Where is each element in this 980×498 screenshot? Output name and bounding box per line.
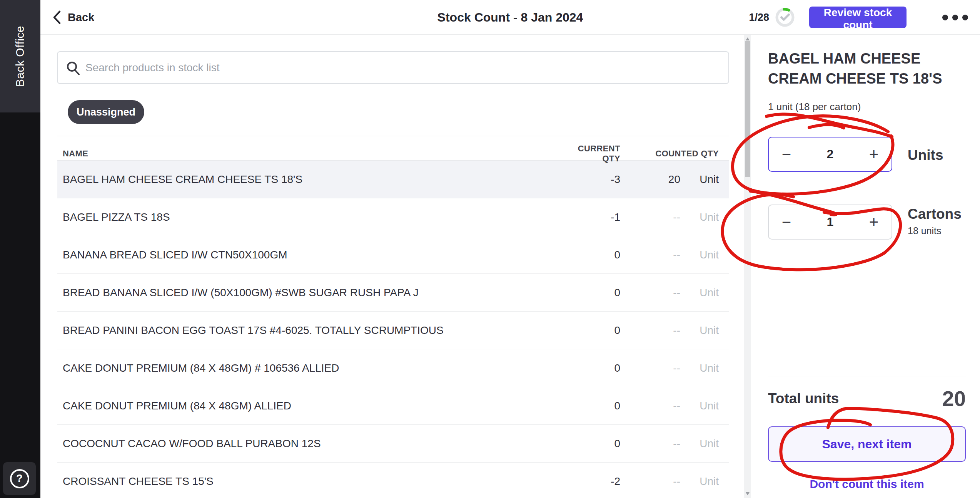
table-row[interactable]: BREAD BANANA SLICED I/W (50X100GM) #SWB …	[57, 274, 729, 312]
stock-table: NAME CURRENT QTY COUNTED QTY BAGEL HAM C…	[57, 144, 729, 498]
row-unit: Unit	[680, 249, 719, 261]
search-box	[57, 51, 729, 84]
panel-divider	[768, 377, 966, 377]
row-counted-qty: --	[620, 400, 680, 412]
total-units-value: 20	[942, 386, 966, 411]
scroll-up-arrow-icon[interactable]	[746, 37, 750, 40]
topbar-actions: 1/28 Review stock count	[749, 0, 969, 35]
cartons-minus-button[interactable]: −	[769, 205, 804, 239]
filter-unassigned[interactable]: Unassigned	[68, 100, 144, 124]
item-detail-panel: BAGEL HAM CHEESE CREAM CHEESE TS 18'S 1 …	[751, 35, 980, 498]
item-title-line2: CREAM CHEESE TS 18'S	[768, 70, 942, 87]
row-unit: Unit	[680, 438, 719, 450]
row-name: CROISSANT CHEESE TS 15'S	[63, 475, 574, 488]
table-header: NAME CURRENT QTY COUNTED QTY	[57, 144, 729, 161]
sidebar-header: Back Office	[0, 0, 40, 112]
dot-icon	[962, 15, 968, 20]
row-counted-qty: --	[620, 287, 680, 299]
row-unit: Unit	[680, 324, 719, 337]
row-current-qty: -2	[574, 475, 620, 488]
cartons-label: Cartons	[908, 206, 962, 222]
row-name: CAKE DONUT PREMIUM (84 X 48GM) # 106536 …	[63, 362, 574, 374]
sidebar: Back Office ?	[0, 0, 40, 498]
list-scrollbar[interactable]	[744, 35, 751, 498]
row-current-qty: 0	[574, 249, 620, 261]
top-bar: Back Stock Count - 8 Jan 2024 1/28 Revie…	[40, 0, 980, 35]
row-counted-qty: --	[620, 324, 680, 337]
row-counted-qty: --	[620, 362, 680, 374]
units-label: Units	[908, 147, 943, 163]
progress-ring-icon	[775, 8, 795, 27]
stock-list-area: Unassigned NAME CURRENT QTY COUNTED QTY …	[40, 35, 751, 498]
row-name: BAGEL PIZZA TS 18S	[63, 211, 574, 223]
units-minus-button[interactable]: −	[769, 137, 804, 171]
row-name: COCOCNUT CACAO W/FOOD BALL PURABON 12S	[63, 438, 574, 450]
section-divider	[57, 135, 729, 135]
col-name: NAME	[63, 149, 574, 159]
dont-count-link[interactable]: Don't count this item	[768, 478, 966, 491]
row-unit: Unit	[680, 475, 719, 488]
row-counted-qty: 20	[620, 173, 680, 186]
help-button[interactable]: ?	[3, 462, 36, 495]
row-unit: Unit	[680, 173, 719, 186]
save-next-item-button[interactable]: Save, next item	[768, 426, 966, 462]
row-current-qty: 0	[574, 400, 620, 412]
row-counted-qty: --	[620, 211, 680, 223]
row-name: BREAD PANINI BACON EGG TOAST 17S #4-6025…	[63, 324, 574, 337]
scroll-down-arrow-icon[interactable]	[746, 492, 750, 495]
item-title-line1: BAGEL HAM CHEESE	[768, 50, 920, 67]
units-plus-button[interactable]: +	[856, 137, 892, 171]
row-current-qty: 0	[574, 438, 620, 450]
cartons-plus-button[interactable]: +	[856, 205, 892, 239]
row-name: BAGEL HAM CHEESE CREAM CHEESE TS 18'S	[63, 173, 574, 186]
table-row[interactable]: BANANA BREAD SLICED I/W CTN50X100GM 0 --…	[57, 236, 729, 274]
dot-icon	[942, 15, 948, 20]
cartons-stepper: − 1 +	[768, 205, 892, 240]
table-row[interactable]: CROISSANT CHEESE TS 15'S -2 -- Unit	[57, 463, 729, 498]
overflow-menu-button[interactable]	[942, 12, 969, 23]
total-units-label: Total units	[768, 391, 839, 407]
row-unit: Unit	[680, 362, 719, 374]
units-value[interactable]: 2	[804, 147, 856, 161]
cartons-sublabel: 18 units	[908, 225, 942, 236]
row-name: BANANA BREAD SLICED I/W CTN50X100GM	[63, 249, 574, 261]
table-row[interactable]: COCOCNUT CACAO W/FOOD BALL PURABON 12S 0…	[57, 425, 729, 463]
item-title: BAGEL HAM CHEESE CREAM CHEESE TS 18'S	[768, 49, 970, 89]
table-row[interactable]: CAKE DONUT PREMIUM (84 X 48GM) ALLIED 0 …	[57, 387, 729, 425]
progress-count: 1/28	[749, 12, 769, 23]
search-icon	[66, 61, 81, 76]
col-counted-qty: COUNTED QTY	[620, 149, 719, 159]
row-counted-qty: --	[620, 438, 680, 450]
scrollbar-thumb[interactable]	[745, 41, 750, 177]
stock-count-app: Back Office ? Back Stock Count - 8 Jan 2…	[0, 0, 980, 498]
review-stock-count-button[interactable]: Review stock count	[809, 7, 907, 28]
help-icon: ?	[10, 469, 29, 488]
total-row: Total units 20	[768, 383, 966, 414]
row-current-qty: 0	[574, 324, 620, 337]
row-current-qty: -1	[574, 211, 620, 223]
back-office-label: Back Office	[14, 26, 27, 87]
search-input[interactable]	[85, 52, 720, 83]
dot-icon	[952, 15, 958, 20]
row-unit: Unit	[680, 287, 719, 299]
row-counted-qty: --	[620, 249, 680, 261]
row-name: CAKE DONUT PREMIUM (84 X 48GM) ALLIED	[63, 400, 574, 412]
row-counted-qty: --	[620, 475, 680, 488]
units-stepper: − 2 +	[768, 137, 892, 172]
table-row[interactable]: BREAD PANINI BACON EGG TOAST 17S #4-6025…	[57, 312, 729, 349]
row-unit: Unit	[680, 211, 719, 223]
table-row[interactable]: BAGEL PIZZA TS 18S -1 -- Unit	[57, 198, 729, 236]
row-unit: Unit	[680, 400, 719, 412]
row-name: BREAD BANANA SLICED I/W (50X100GM) #SWB …	[63, 287, 574, 299]
row-current-qty: 0	[574, 287, 620, 299]
row-current-qty: -3	[574, 173, 620, 186]
row-current-qty: 0	[574, 362, 620, 374]
table-row[interactable]: CAKE DONUT PREMIUM (84 X 48GM) # 106536 …	[57, 349, 729, 387]
item-subtitle: 1 unit (18 per carton)	[768, 101, 861, 113]
cartons-value[interactable]: 1	[804, 215, 856, 229]
table-row[interactable]: BAGEL HAM CHEESE CREAM CHEESE TS 18'S -3…	[57, 161, 729, 198]
col-current-qty: CURRENT QTY	[574, 144, 620, 164]
